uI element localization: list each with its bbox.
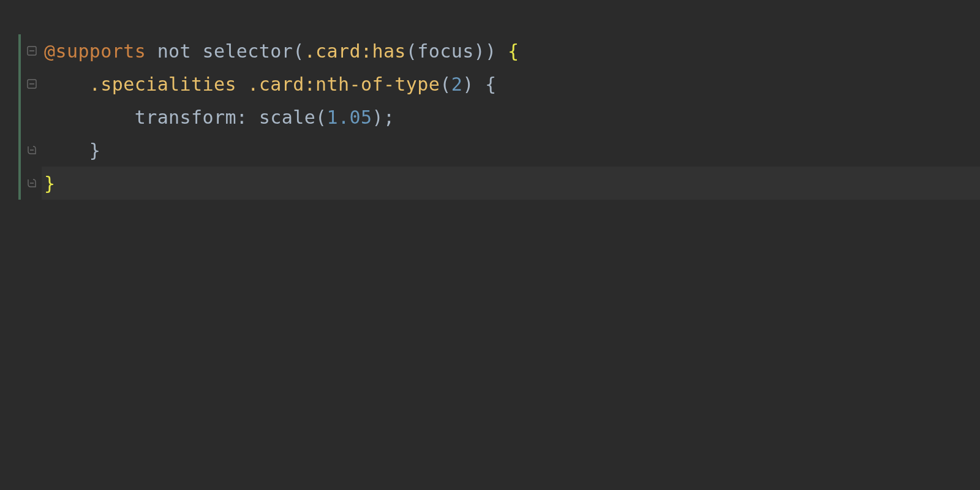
- selector-token: .specialities: [89, 74, 236, 95]
- indent: [44, 107, 135, 128]
- vcs-change-marker: [18, 34, 21, 200]
- property-token: transform: [135, 107, 236, 128]
- function-token: selector: [202, 40, 293, 62]
- code-line[interactable]: }: [42, 134, 980, 167]
- code-line-current[interactable]: }: [42, 167, 980, 200]
- code-area[interactable]: @supports not selector(.card:has(focus))…: [42, 0, 980, 490]
- code-line[interactable]: transform: scale(1.05);: [42, 100, 980, 134]
- colon-token: :: [304, 74, 315, 95]
- pseudo-token: nth-of-type: [315, 74, 440, 95]
- token: [191, 40, 202, 62]
- pseudo-token: has: [372, 40, 405, 62]
- selector-token: .card: [304, 40, 361, 62]
- gutter: [0, 0, 42, 490]
- token: [236, 74, 247, 95]
- paren-token: ): [474, 40, 485, 62]
- paren-token: (: [315, 107, 326, 128]
- fold-end-icon[interactable]: [25, 143, 39, 157]
- indent: [44, 74, 89, 95]
- token: [474, 74, 485, 95]
- indent: [44, 140, 89, 161]
- paren-token: ): [485, 40, 496, 62]
- colon-token: :: [236, 107, 247, 128]
- fold-column: [23, 34, 42, 200]
- brace-close-token: }: [89, 140, 100, 161]
- number-token: 1.05: [327, 107, 372, 128]
- ident-token: focus: [417, 40, 473, 62]
- number-token: 2: [451, 74, 462, 95]
- paren-token: ): [372, 107, 383, 128]
- semicolon-token: ;: [383, 107, 394, 128]
- code-line[interactable]: @supports not selector(.card:has(focus))…: [42, 34, 980, 67]
- colon-token: :: [361, 40, 372, 62]
- fold-toggle-icon[interactable]: [25, 44, 39, 58]
- brace-open-token: {: [508, 40, 519, 62]
- paren-token: ): [462, 74, 473, 95]
- code-line[interactable]: .specialities .card:nth-of-type(2) {: [42, 67, 980, 100]
- token: [146, 40, 157, 62]
- code-editor[interactable]: @supports not selector(.card:has(focus))…: [0, 0, 980, 490]
- token: [247, 107, 258, 128]
- fold-end-icon[interactable]: [25, 176, 39, 190]
- function-token: scale: [259, 107, 315, 128]
- paren-token: (: [440, 74, 451, 95]
- at-rule-token: @supports: [44, 40, 146, 62]
- token: [497, 40, 508, 62]
- fold-toggle-icon[interactable]: [25, 77, 39, 91]
- brace-close-token: }: [44, 173, 55, 194]
- keyword-token: not: [157, 40, 191, 62]
- selector-token: .card: [247, 74, 304, 95]
- paren-token: (: [406, 40, 417, 62]
- brace-open-token: {: [485, 74, 496, 95]
- paren-token: (: [293, 40, 304, 62]
